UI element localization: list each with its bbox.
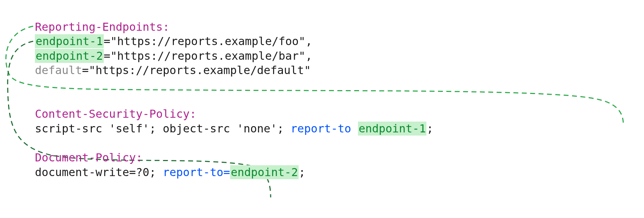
code-diagram: Reporting-Endpoints: endpoint-1="https:/… xyxy=(35,5,644,180)
header-csp: Content-Security-Policy: xyxy=(35,107,196,121)
dp-policy: document-write=?0; xyxy=(35,166,163,179)
endpoint-2-value: ="https://reports.example/bar", xyxy=(104,49,312,63)
dp-endpoint-ref: endpoint-2 xyxy=(230,165,299,179)
csp-policy: script-src 'self'; object-src 'none'; xyxy=(35,122,291,135)
header-document-policy: Document-Policy: xyxy=(35,151,142,164)
dp-report-to: report-to= xyxy=(163,166,230,179)
endpoint-1-key: endpoint-1 xyxy=(35,34,104,48)
default-key: default xyxy=(35,64,82,77)
header-reporting-endpoints: Reporting-Endpoints: xyxy=(35,20,169,34)
csp-endpoint-ref: endpoint-1 xyxy=(358,122,427,136)
endpoint-2-key: endpoint-2 xyxy=(35,49,104,63)
csp-report-to: report-to xyxy=(291,122,351,135)
default-value: ="https://reports.example/default" xyxy=(82,64,311,77)
endpoint-1-value: ="https://reports.example/foo", xyxy=(104,35,312,48)
